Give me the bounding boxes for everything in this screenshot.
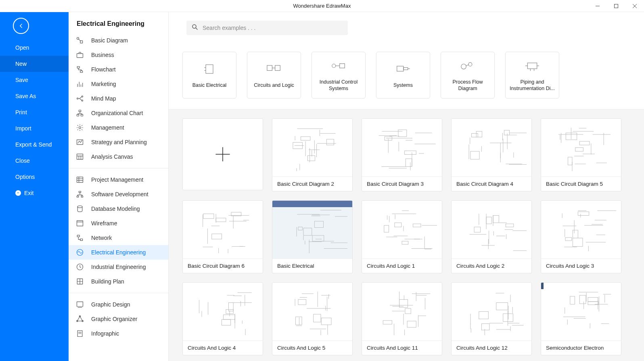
template-thumbnail [452,283,531,341]
svg-point-66 [461,64,466,69]
category-item-marketing[interactable]: Marketing [69,77,168,91]
category-item-management[interactable]: Management [69,120,168,135]
file-item-save-as[interactable]: Save As [0,88,69,104]
svg-rect-58 [275,65,280,71]
search-input[interactable] [203,25,343,31]
gear-icon [76,124,84,132]
template-card-basic-circuit-diagram-[interactable]: Basic Circuit Diagram 5 [541,118,621,191]
type-label: Systems [391,82,415,88]
type-card-basic-electrical[interactable]: Basic Electrical [182,52,236,99]
category-item-label: Organizational Chart [91,110,143,116]
category-item-label: Project Management [91,176,143,183]
category-item-database-modeling[interactable]: Database Modeling [69,201,168,216]
back-button[interactable] [13,18,29,34]
template-card-circuits-and-logic-[interactable]: Circuits And Logic 4 [182,282,263,355]
category-item-project-management[interactable]: Project Management [69,172,168,187]
category-item-industrial-engineering[interactable]: Industrial Engineering [69,260,168,274]
category-item-infographic[interactable]: Infographic [69,326,168,341]
category-item-mind-map[interactable]: Mind Map [69,91,168,106]
file-item-save[interactable]: Save [0,72,69,88]
svg-rect-272 [321,318,331,325]
category-item-flowchart[interactable]: Flowchart [69,62,168,77]
file-item-new[interactable]: New [0,56,69,72]
svg-point-15 [82,96,83,97]
type-card-systems[interactable]: Systems [376,52,430,99]
orgchart-icon [76,109,84,117]
template-card-circuits-and-logic-[interactable]: Circuits And Logic 12 [451,282,532,355]
template-card-circuits-and-logic-[interactable]: Circuits And Logic 3 [541,200,621,273]
svg-rect-273 [295,317,302,325]
wave-icon [76,248,84,256]
maximize-button[interactable] [607,0,625,12]
graphic-icon [76,300,84,309]
category-item-wireframe[interactable]: Wireframe [69,216,168,231]
template-label: Circuits And Logic 1 [362,259,442,273]
category-item-label: Graphic Organizer [91,316,137,322]
template-card-basic-electrical[interactable]: Basic Electrical [272,200,353,273]
svg-rect-234 [578,212,589,215]
category-item-strategy-and-planning[interactable]: Strategy and Planning [69,135,168,149]
svg-line-53 [196,28,197,29]
type-card-process-flow-diagram[interactable]: Process Flow Diagram [441,52,495,99]
category-item-basic-diagram[interactable]: Basic Diagram [69,33,168,48]
category-item-graphic-design[interactable]: Graphic Design [69,297,168,312]
type-card-industrial-control-systems[interactable]: Industrial Control Systems [312,52,366,99]
svg-rect-219 [506,224,514,227]
template-thumbnail [362,283,442,341]
svg-point-20 [79,127,81,129]
type-card-piping-and-instrumentation-di-[interactable]: Piping and Instrumentation Di... [505,52,559,99]
category-divider [69,293,168,293]
category-item-building-plan[interactable]: Building Plan [69,274,168,289]
window-controls [588,0,644,12]
category-item-label: Flowchart [91,66,116,73]
category-item-analysis-canvas[interactable]: Analysis Canvas [69,149,168,164]
minimize-button[interactable] [588,0,607,12]
svg-line-68 [466,65,469,66]
category-item-label: Network [91,235,112,241]
close-button[interactable] [625,0,644,12]
file-item-export-send[interactable]: Export & Send [0,136,69,153]
template-card-circuits-and-logic-[interactable]: Circuits And Logic 11 [362,282,442,355]
category-item-electrical-engineering[interactable]: Electrical Engineering [69,245,168,260]
type-card-circuits-and-logic[interactable]: Circuits and Logic [247,52,301,99]
category-item-network[interactable]: Network [69,231,168,245]
svg-rect-307 [479,312,488,319]
svg-rect-22 [77,154,83,159]
template-grid: Basic Circuit Diagram 2Basic Circuit Dia… [169,109,644,361]
template-card-circuits-and-logic-[interactable]: Circuits And Logic 5 [272,282,353,355]
blank-template-card[interactable] [182,118,263,190]
template-card-basic-circuit-diagram-[interactable]: Basic Circuit Diagram 4 [451,118,532,191]
category-item-organizational-chart[interactable]: Organizational Chart [69,106,168,120]
template-label: Circuits And Logic 11 [362,341,442,355]
file-item-import[interactable]: Import [0,120,69,136]
svg-rect-1 [615,4,618,8]
file-item-close[interactable]: Close [0,153,69,169]
svg-rect-218 [474,227,481,232]
category-item-label: Analysis Canvas [91,153,133,160]
svg-rect-7 [77,54,83,58]
svg-rect-34 [77,220,83,226]
wireframe-icon [76,219,84,227]
file-item-print[interactable]: Print [0,104,69,120]
category-item-software-development[interactable]: Software Development [69,187,168,201]
template-card-circuits-and-logic-[interactable]: Circuits And Logic 1 [362,200,442,273]
category-item-graphic-organizer[interactable]: Graphic Organizer [69,312,168,326]
file-item-open[interactable]: Open [0,40,69,56]
template-card-basic-circuit-diagram-[interactable]: Basic Circuit Diagram 2 [272,118,353,191]
template-card-basic-circuit-diagram-[interactable]: Basic Circuit Diagram 6 [182,200,263,273]
type-label: Piping and Instrumentation Di... [506,79,559,92]
template-card-basic-circuit-diagram-[interactable]: Basic Circuit Diagram 3 [362,118,442,191]
svg-rect-111 [405,151,416,154]
svg-rect-235 [565,237,572,241]
svg-rect-162 [212,234,222,239]
category-item-label: Infographic [91,330,119,337]
template-card-semiconductor-electron[interactable]: Semiconductor Electron [541,282,621,355]
organizer-icon [76,315,84,323]
svg-rect-306 [496,302,508,310]
category-item-business[interactable]: Business [69,48,168,62]
file-item-exit[interactable]: − Exit [0,185,69,201]
template-card-circuits-and-logic-[interactable]: Circuits And Logic 2 [451,200,532,273]
search-box[interactable] [186,21,348,35]
file-item-options[interactable]: Options [0,169,69,185]
svg-rect-126 [476,131,482,137]
